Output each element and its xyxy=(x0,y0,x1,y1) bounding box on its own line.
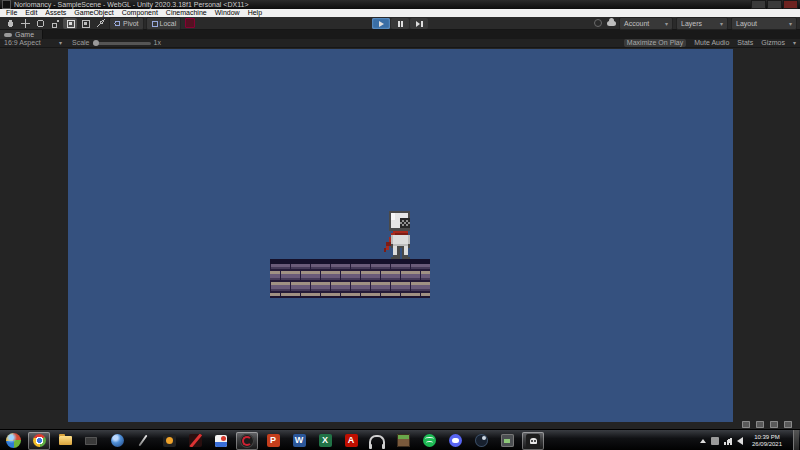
taskbar-paint-app[interactable] xyxy=(210,432,232,450)
pen-icon xyxy=(138,435,147,447)
taskbar-discord[interactable] xyxy=(444,432,466,450)
taskbar-steam[interactable] xyxy=(470,432,492,450)
taskbar: P W X A 10:39 PM 26/09/2021 xyxy=(0,429,800,450)
desktop-screen: Noriomancy - SampleScene - WebGL - Unity… xyxy=(0,0,800,450)
unity-toolbar: Pivot Local Account Layers Layout xyxy=(0,17,800,30)
volume-icon[interactable] xyxy=(737,437,743,445)
layout-dropdown[interactable]: Layout xyxy=(731,17,797,30)
chevron-down-icon xyxy=(787,39,796,47)
tray-expand-icon[interactable] xyxy=(700,439,706,443)
mute-audio-button[interactable]: Mute Audio xyxy=(694,39,729,47)
step-button[interactable] xyxy=(410,18,428,29)
corner-status-icon-3[interactable] xyxy=(770,421,778,428)
aspect-ratio-dropdown[interactable]: 16:9 Aspect xyxy=(4,39,62,47)
gizmos-dropdown[interactable]: Gizmos xyxy=(761,39,796,47)
transform-tool-icon[interactable] xyxy=(78,18,92,29)
brick-platform xyxy=(270,259,430,298)
corner-status-icons xyxy=(742,421,792,428)
game-view-toolbar: 16:9 Aspect Scale 1x Maximize On Play Mu… xyxy=(0,39,800,48)
menu-component[interactable]: Component xyxy=(118,9,162,17)
window-title: Noriomancy - SampleScene - WebGL - Unity… xyxy=(14,0,249,9)
minimize-button[interactable] xyxy=(751,0,766,9)
layers-dropdown[interactable]: Layers xyxy=(676,17,728,30)
menu-help[interactable]: Help xyxy=(244,9,266,17)
taskbar-pen-tool[interactable] xyxy=(132,432,154,450)
camera-icon xyxy=(85,437,97,445)
taskbar-headset-app[interactable] xyxy=(366,432,388,450)
word-icon: W xyxy=(293,434,306,447)
menu-assets[interactable]: Assets xyxy=(41,9,70,17)
skull-app-icon xyxy=(526,434,540,448)
corner-status-icon-1[interactable] xyxy=(742,421,750,428)
gamepad-app-icon xyxy=(501,434,514,447)
taskbar-minecraft[interactable] xyxy=(392,432,414,450)
taskbar-blue-sphere-app[interactable] xyxy=(106,432,128,450)
steam-icon xyxy=(475,434,488,447)
local-toggle[interactable]: Local xyxy=(146,17,182,30)
pivot-toggle[interactable]: Pivot xyxy=(109,17,144,30)
scale-slider-handle[interactable] xyxy=(93,40,99,46)
taskbar-file-explorer[interactable] xyxy=(54,432,76,450)
move-tool-icon[interactable] xyxy=(18,18,32,29)
powerpoint-icon: P xyxy=(267,434,280,447)
taskbar-clock[interactable]: 10:39 PM 26/09/2021 xyxy=(748,434,786,448)
chevron-down-icon xyxy=(659,20,668,27)
progress-icon[interactable] xyxy=(593,19,603,27)
stats-button[interactable]: Stats xyxy=(737,39,753,47)
clock-time: 10:39 PM xyxy=(752,434,782,441)
scale-slider[interactable] xyxy=(93,42,151,45)
custom-tool-icon[interactable] xyxy=(93,18,107,29)
game-view-area xyxy=(0,48,800,429)
play-button[interactable] xyxy=(372,18,390,29)
menu-window[interactable]: Window xyxy=(211,9,244,17)
excel-icon: X xyxy=(319,434,332,447)
taskbar-gamepad-app[interactable] xyxy=(496,432,518,450)
account-dropdown[interactable]: Account xyxy=(619,17,673,30)
tab-game[interactable]: Game xyxy=(0,30,43,39)
hand-tool-icon[interactable] xyxy=(3,18,17,29)
chevron-down-icon xyxy=(714,20,723,27)
acrobat-icon: A xyxy=(345,434,358,447)
corner-status-icon-2[interactable] xyxy=(756,421,764,428)
windows-orb-icon xyxy=(6,433,21,448)
cloud-collab-icon[interactable] xyxy=(606,19,616,27)
show-desktop-button[interactable] xyxy=(793,430,799,450)
pause-icon xyxy=(398,21,403,27)
collab-status-icon[interactable] xyxy=(185,18,195,28)
menu-gameobject[interactable]: GameObject xyxy=(70,9,117,17)
taskbar-powerpoint[interactable]: P xyxy=(262,432,284,450)
taskbar-acrobat[interactable]: A xyxy=(340,432,362,450)
play-controls xyxy=(372,18,428,29)
pivot-icon xyxy=(114,20,121,27)
taskbar-word[interactable]: W xyxy=(288,432,310,450)
menu-cinemachine[interactable]: Cinemachine xyxy=(162,9,211,17)
menu-edit[interactable]: Edit xyxy=(21,9,41,17)
scale-tool-icon[interactable] xyxy=(48,18,62,29)
taskbar-bell-app[interactable] xyxy=(158,432,180,450)
blue-sphere-icon xyxy=(111,434,124,447)
taskbar-excel[interactable]: X xyxy=(314,432,336,450)
maximize-button[interactable] xyxy=(767,0,782,9)
tray-app-icon[interactable] xyxy=(711,437,719,445)
spotify-icon xyxy=(423,434,436,447)
menu-file[interactable]: File xyxy=(2,9,21,17)
taskbar-skull-app[interactable] xyxy=(522,432,544,450)
maximize-on-play-button[interactable]: Maximize On Play xyxy=(624,39,686,47)
taskbar-camera-tool[interactable] xyxy=(80,432,102,450)
rotate-tool-icon[interactable] xyxy=(33,18,47,29)
taskbar-dark-circle-app[interactable] xyxy=(236,432,258,450)
pause-button[interactable] xyxy=(391,18,409,29)
taskbar-chrome[interactable] xyxy=(28,432,50,450)
red-tool-icon xyxy=(189,434,202,447)
taskbar-spotify[interactable] xyxy=(418,432,440,450)
start-button[interactable] xyxy=(2,432,24,450)
corner-status-icon-4[interactable] xyxy=(784,421,792,428)
chevron-down-icon xyxy=(783,20,792,27)
window-titlebar: Noriomancy - SampleScene - WebGL - Unity… xyxy=(0,0,800,9)
discord-icon xyxy=(449,434,462,447)
rect-tool-icon[interactable] xyxy=(63,18,77,29)
tab-strip: Game xyxy=(0,30,800,39)
gamepad-icon xyxy=(4,33,12,37)
taskbar-red-tool-app[interactable] xyxy=(184,432,206,450)
close-button[interactable] xyxy=(783,0,798,9)
